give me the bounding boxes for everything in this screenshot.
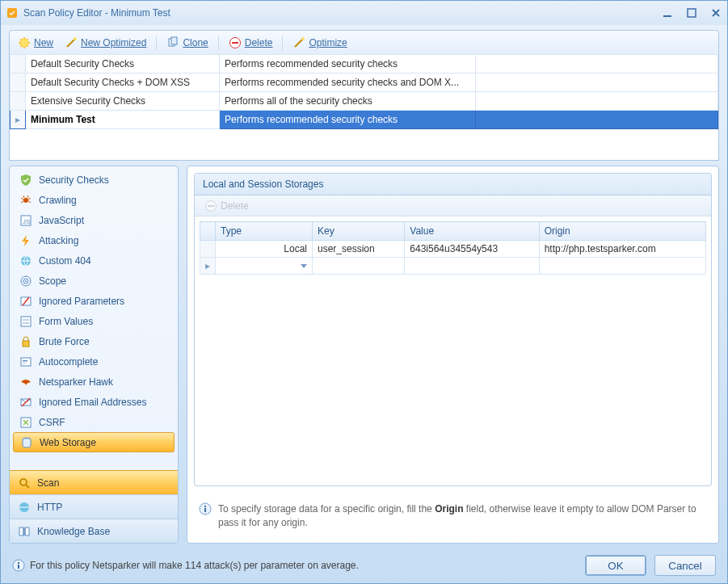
cell-key[interactable] <box>313 258 405 275</box>
cell-origin[interactable] <box>539 258 705 275</box>
col-key[interactable]: Key <box>313 222 405 241</box>
email-ignore-icon <box>19 396 32 409</box>
policy-row[interactable]: Default Security Checks + DOM XSSPerform… <box>11 74 718 92</box>
storage-row[interactable]: Localuser_session643i564u34554y543http:/… <box>200 241 706 258</box>
new-button[interactable]: New <box>15 35 57 51</box>
cell-key[interactable]: user_session <box>313 241 405 258</box>
sidebar-item-scope[interactable]: Scope <box>13 271 175 291</box>
policy-name: Extensive Security Checks <box>26 92 220 111</box>
http-icon <box>18 501 31 514</box>
svg-rect-36 <box>18 565 19 569</box>
svg-rect-21 <box>23 341 29 347</box>
wand-icon <box>292 36 305 49</box>
svg-rect-19 <box>23 319 29 321</box>
policy-grid[interactable]: Default Security ChecksPerforms recommen… <box>9 54 719 161</box>
cell-value[interactable]: 643i564u34554y543 <box>405 241 539 258</box>
row-indicator: ▸ <box>11 111 26 129</box>
clone-icon <box>166 36 179 49</box>
policy-row[interactable]: ▸Minimum TestPerforms recommended securi… <box>11 111 718 129</box>
sidebar-item-custom-404[interactable]: Custom 404 <box>13 250 175 271</box>
delete-icon <box>204 200 217 212</box>
hint-prefix: To specify storage data for a specific o… <box>218 503 435 515</box>
footer: For this policy Netsparker will make 114… <box>1 548 727 583</box>
clone-button[interactable]: Clone <box>163 35 211 51</box>
status-bar: For this policy Netsparker will make 114… <box>12 559 577 572</box>
sidebar-item-javascript[interactable]: JSJavaScript <box>13 210 175 230</box>
hint: To specify storage data for a specific o… <box>187 493 718 543</box>
svg-rect-8 <box>232 42 238 44</box>
cell-origin[interactable]: http://php.testsparker.com <box>539 241 705 258</box>
form-icon <box>19 315 32 328</box>
sidebar-item-security-checks[interactable]: Security Checks <box>13 170 175 190</box>
new-optimized-label: New Optimized <box>81 37 146 48</box>
sidebar-item-ignored-email-addresses[interactable]: Ignored Email Addresses <box>13 392 175 412</box>
policy-row[interactable]: Default Security ChecksPerforms recommen… <box>11 55 718 74</box>
svg-rect-31 <box>208 205 214 207</box>
globe-icon <box>19 254 32 267</box>
cell-type[interactable]: Local <box>216 241 313 258</box>
storage-new-row[interactable]: ▸ <box>200 258 706 275</box>
svg-rect-24 <box>23 363 26 364</box>
cell-type-dropdown[interactable] <box>216 258 313 275</box>
row-indicator <box>200 241 216 258</box>
sidebar-group-knowledge-base[interactable]: Knowledge Base <box>10 519 178 543</box>
close-button[interactable] <box>709 6 722 19</box>
sidebar-item-crawling[interactable]: Crawling <box>13 190 175 210</box>
col-origin[interactable]: Origin <box>539 222 705 241</box>
status-text: For this policy Netsparker will make 114… <box>30 560 359 571</box>
panel-delete-button[interactable]: Delete <box>201 198 252 214</box>
ok-button[interactable]: OK <box>585 555 646 576</box>
cell-value[interactable] <box>405 258 539 275</box>
sidebar-group-http[interactable]: HTTP <box>10 494 178 519</box>
col-value[interactable]: Value <box>405 222 539 241</box>
optimize-label: Optimize <box>309 37 347 48</box>
separator <box>218 36 219 50</box>
row-indicator: ▸ <box>200 258 216 275</box>
panel-toolbar: Delete <box>195 195 711 216</box>
svg-rect-33 <box>204 508 206 512</box>
main-toolbar: New New Optimized Clone Delete Optimize <box>9 30 719 54</box>
policy-desc: Performs all of the security checks <box>220 92 476 111</box>
sidebar-item-csrf[interactable]: CSRF <box>13 412 175 432</box>
svg-point-10 <box>23 198 28 203</box>
new-optimized-button[interactable]: New Optimized <box>61 35 149 51</box>
sidebar-item-netsparker-hawk[interactable]: Netsparker Hawk <box>13 372 175 392</box>
optimize-button[interactable]: Optimize <box>289 35 350 51</box>
hint-bold: Origin <box>435 503 463 515</box>
sidebar-item-attacking[interactable]: Attacking <box>13 230 175 250</box>
sidebar-item-label: Web Storage <box>40 437 96 448</box>
sidebar-item-label: Security Checks <box>39 174 109 186</box>
storage-grid[interactable]: Type Key Value Origin Localuser_session6… <box>195 216 711 485</box>
sidebar-item-label: Autocomplete <box>39 356 98 368</box>
row-indicator-header <box>200 222 216 241</box>
sidebar-item-ignored-parameters[interactable]: Ignored Parameters <box>13 291 175 311</box>
policy-desc: Performs recommended security checks <box>220 55 476 74</box>
row-indicator <box>11 92 26 111</box>
sidebar-group-label: Scan <box>37 477 59 489</box>
sidebar-item-form-values[interactable]: Form Values <box>13 311 175 331</box>
policy-row[interactable]: Extensive Security ChecksPerforms all of… <box>11 92 718 111</box>
cancel-button[interactable]: Cancel <box>654 555 716 576</box>
sidebar: Security ChecksCrawlingJSJavaScriptAttac… <box>9 166 179 544</box>
policy-name: Minimum Test <box>26 111 220 129</box>
maximize-button[interactable] <box>685 6 698 19</box>
sidebar-item-label: Brute Force <box>39 336 90 347</box>
policy-desc: Performs recommended security checks <box>220 111 476 129</box>
separator <box>282 36 283 50</box>
info-icon <box>12 559 25 572</box>
svg-point-28 <box>20 479 27 485</box>
sidebar-item-brute-force[interactable]: Brute Force <box>13 331 175 351</box>
minimize-button[interactable] <box>661 6 674 19</box>
sidebar-item-label: Custom 404 <box>39 255 91 267</box>
js-icon: JS <box>19 214 32 227</box>
svg-rect-18 <box>21 317 31 326</box>
sidebar-item-autocomplete[interactable]: Autocomplete <box>13 351 175 372</box>
col-type[interactable]: Type <box>216 222 313 241</box>
sidebar-item-label: Form Values <box>39 316 93 327</box>
autocomplete-icon <box>19 355 32 368</box>
sidebar-group-scan[interactable]: Scan <box>10 470 178 494</box>
new-label: New <box>34 37 53 48</box>
delete-button[interactable]: Delete <box>225 35 276 51</box>
delete-icon <box>229 36 242 49</box>
sidebar-item-web-storage[interactable]: Web Storage <box>13 432 175 452</box>
